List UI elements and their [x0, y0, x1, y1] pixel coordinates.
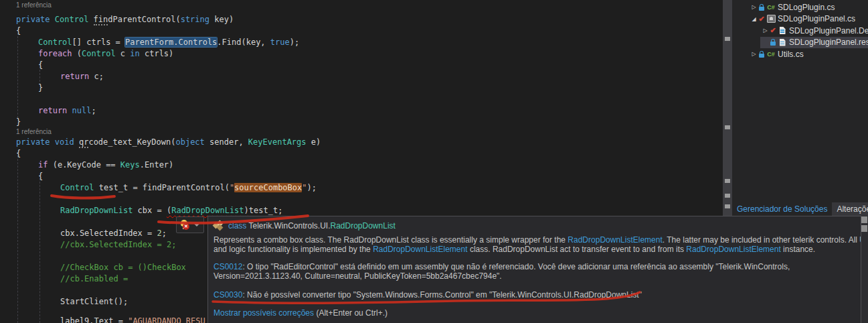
- code-line[interactable]: Control[] ctrls = ParentForm.Controls.Fi…: [38, 37, 299, 48]
- text-segment: label9.Text =: [60, 316, 128, 323]
- code-line[interactable]: RadDropDownList cbx = (RadDropDownList)t…: [60, 205, 282, 216]
- text-segment: private: [16, 15, 55, 24]
- text-segment: .Find(key,: [217, 38, 270, 47]
- code-line[interactable]: Control test_t = findParentControl("sour…: [60, 182, 317, 194]
- text-segment: [50, 137, 55, 147]
- csharp-file-icon: C#: [767, 51, 775, 58]
- expander-icon[interactable]: ▷: [762, 27, 769, 34]
- text-segment: return: [60, 72, 89, 81]
- text-segment: RadDropDownListElement: [686, 245, 780, 254]
- text-segment: : Não é possível converter tipo "System.…: [242, 290, 642, 300]
- text-segment: c: [116, 49, 131, 58]
- tree-item[interactable]: ▷C#SDLogPlugin.cs: [732, 1, 868, 13]
- solution-explorer-panel: ▷C#SDLogPlugin.cs◢✔SDLogPluginPanel.cs▷✔…: [732, 0, 868, 202]
- visual-studio-window: 1 referênciaprivate Control findParentCo…: [0, 0, 868, 323]
- code-line[interactable]: private Control findParentControl(string…: [16, 14, 234, 25]
- tree-item[interactable]: SDLogPluginPanel.res: [732, 37, 868, 48]
- quick-actions-button[interactable]: ✕: [176, 216, 204, 233]
- text-segment: Mostrar possíveis correções: [213, 308, 314, 318]
- codelens-references-link[interactable]: 1 referência: [16, 127, 52, 136]
- tooltip-link-line[interactable]: CS0030: Não é possível converter tipo "S…: [213, 290, 642, 300]
- text-segment: "AGUARDANDO RESU: [128, 316, 205, 323]
- code-line[interactable]: foreach (Control c in ctrls): [38, 48, 173, 60]
- code-line[interactable]: //CheckBox cb = ()CheckBox: [60, 262, 186, 273]
- code-line[interactable]: if (e.KeyCode == Keys.Enter): [38, 159, 173, 171]
- csharp-file-icon: C#: [767, 4, 775, 11]
- code-line[interactable]: StartClient();: [60, 296, 128, 308]
- scrollbar-thumb[interactable]: [861, 225, 867, 232]
- tooltip-text-line: Represents a combo box class. The RadDro…: [213, 235, 861, 245]
- text-segment: (: [72, 49, 82, 58]
- scrollbar-annotation-mark: [725, 125, 730, 129]
- code-line[interactable]: label9.Text = "AGUARDANDO RESU: [60, 316, 205, 323]
- text-segment: cbx =: [133, 206, 167, 215]
- text-segment: RadDropDownListElement: [568, 235, 662, 245]
- tree-item-label: SDLogPluginPanel.res: [789, 38, 868, 47]
- class-icon: [213, 221, 224, 230]
- tool-window-tab[interactable]: Gerenciador de Soluções: [732, 202, 832, 216]
- text-segment: 1 referência: [16, 1, 52, 9]
- code-line[interactable]: return null;: [38, 105, 96, 117]
- expander-icon[interactable]: ▷: [750, 51, 758, 57]
- text-segment: ctrls): [140, 49, 174, 58]
- text-segment: ;: [162, 229, 167, 238]
- scrollbar-annotation-mark: [725, 37, 730, 41]
- tool-window-tab[interactable]: Alterações: [832, 202, 868, 216]
- winforms-file-icon: [767, 15, 776, 23]
- code-line[interactable]: }: [38, 82, 43, 94]
- code-line[interactable]: //cb.Enabled =: [60, 273, 128, 285]
- code-line[interactable]: private void qrcode_text_KeyDown(object …: [16, 137, 321, 148]
- text-segment: {: [38, 60, 43, 70]
- text-segment: sender,: [205, 137, 248, 147]
- code-line[interactable]: {: [38, 171, 43, 182]
- text-segment: in: [130, 49, 139, 58]
- file-icon-slot: C#: [766, 4, 776, 11]
- text-segment: sourceComboBox: [234, 183, 302, 192]
- tooltip-link-line[interactable]: CS0012: O tipo "RadEditorControl" está d…: [213, 262, 790, 271]
- text-segment: e): [307, 137, 321, 147]
- tree-item[interactable]: ▷C#Utils.cs: [732, 48, 868, 60]
- code-line[interactable]: cbx.SelectedIndex = 2;: [60, 228, 167, 239]
- lock-icon: [770, 42, 776, 46]
- text-segment: qr: [79, 137, 88, 148]
- text-segment: [74, 137, 79, 147]
- text-segment: Represents a combo box class. The RadDro…: [213, 235, 568, 245]
- code-line[interactable]: }: [16, 117, 21, 128]
- text-segment: .Enter): [140, 160, 174, 170]
- text-segment: );: [307, 183, 317, 192]
- text-segment: //cbx.SelectedIndex = 2;: [60, 240, 176, 249]
- tree-item[interactable]: ◢✔SDLogPluginPanel.cs: [732, 13, 868, 25]
- code-line[interactable]: {: [16, 25, 21, 37]
- code-line[interactable]: //cbx.SelectedIndex = 2;: [60, 239, 176, 251]
- text-segment: code_text_KeyDown(: [88, 137, 175, 147]
- text-segment: ): [244, 206, 249, 215]
- scrollbar-annotation-mark: [725, 179, 730, 183]
- tooltip-link-line[interactable]: Mostrar possíveis correções (Alt+Enter o…: [213, 308, 387, 318]
- text-segment: Telerik.WinControls.UI.: [246, 221, 330, 231]
- status-icon-slot: ✔: [769, 26, 777, 35]
- expander-icon[interactable]: ▷: [750, 4, 758, 10]
- status-icon-slot: [758, 51, 766, 58]
- text-segment: //CheckBox cb = ()CheckBox: [60, 263, 186, 272]
- chevron-down-icon[interactable]: [194, 224, 199, 227]
- tree-item-label: SDLogPlugin.cs: [778, 3, 835, 12]
- text-segment: Version=2021.3.1123.40, Culture=neutral,…: [213, 271, 502, 281]
- expander-icon[interactable]: ◢: [750, 16, 758, 22]
- text-segment: fin: [94, 15, 108, 25]
- text-segment: string: [181, 15, 209, 24]
- text-segment: null: [72, 106, 92, 115]
- file-icon-slot: [766, 15, 776, 23]
- scrollbar-thumb[interactable]: [861, 216, 867, 223]
- editor-scrollbar[interactable]: [723, 0, 732, 216]
- text-segment: and logic functionality is implemented b…: [213, 245, 373, 254]
- tree-item[interactable]: ▷✔SDLogPluginPanel.De: [732, 25, 868, 36]
- code-line[interactable]: {: [16, 148, 21, 159]
- text-segment: class. RadDropDownList act to transfer e…: [468, 245, 687, 254]
- code-line[interactable]: {: [38, 60, 43, 71]
- text-segment: true: [270, 38, 290, 47]
- codelens-references-link[interactable]: 1 referência: [16, 1, 52, 9]
- text-segment: }: [16, 117, 21, 127]
- code-line[interactable]: return c;: [60, 71, 104, 82]
- text-segment: ParentForm.Controls: [125, 38, 217, 47]
- text-segment: );: [290, 38, 299, 47]
